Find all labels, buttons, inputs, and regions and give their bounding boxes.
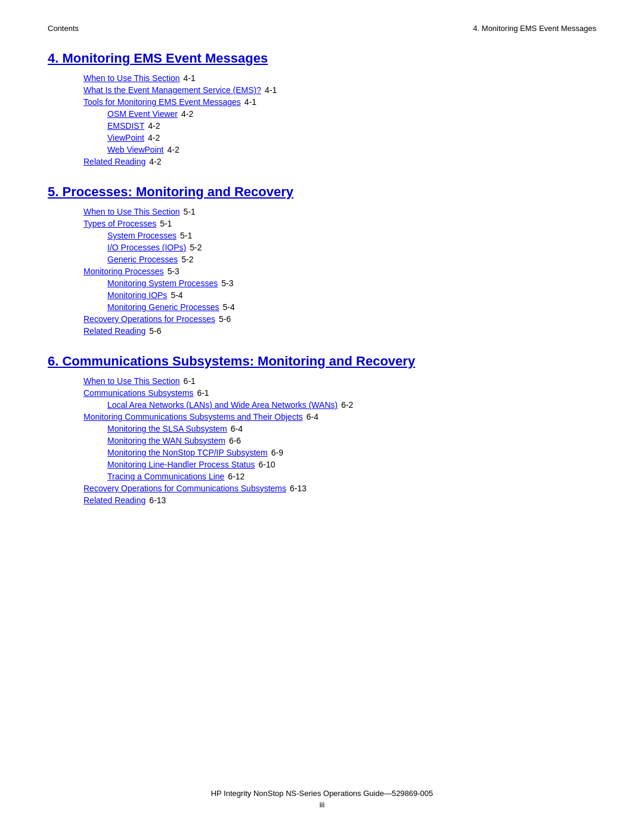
toc-entry: Local Area Networks (LANs) and Wide Area… bbox=[107, 400, 596, 410]
toc-entry: Monitoring the SLSA Subsystem6-4 bbox=[107, 424, 596, 433]
toc-page-number: 5-3 bbox=[168, 267, 179, 276]
toc-page-number: 6-9 bbox=[271, 448, 283, 457]
toc-link[interactable]: Generic Processes bbox=[107, 255, 178, 264]
page-footer: HP Integrity NonStop NS-Series Operation… bbox=[0, 789, 644, 809]
page-container: Contents 4. Monitoring EMS Event Message… bbox=[0, 0, 644, 833]
toc-entries-section6: When to Use This Section6-1Communication… bbox=[83, 376, 596, 505]
toc-content: 4. Monitoring EMS Event MessagesWhen to … bbox=[48, 51, 596, 505]
toc-entries-section4: When to Use This Section4-1What Is the E… bbox=[83, 73, 596, 166]
toc-link[interactable]: Local Area Networks (LANs) and Wide Area… bbox=[107, 400, 338, 410]
toc-page-number: 6-12 bbox=[228, 472, 244, 481]
toc-page-number: 5-1 bbox=[160, 219, 172, 228]
toc-entry: I/O Processes (IOPs)5-2 bbox=[107, 243, 596, 252]
toc-page-number: 6-10 bbox=[258, 460, 275, 469]
toc-entry: System Processes5-1 bbox=[107, 231, 596, 240]
toc-page-number: 4-1 bbox=[244, 97, 256, 107]
toc-page-number: 6-2 bbox=[341, 400, 353, 410]
toc-page-number: 4-2 bbox=[149, 157, 161, 166]
toc-entry: Related Reading6-13 bbox=[83, 496, 596, 505]
toc-entry: When to Use This Section6-1 bbox=[83, 376, 596, 386]
toc-entry: Monitoring the WAN Subsystem6-6 bbox=[107, 436, 596, 445]
toc-page-number: 5-2 bbox=[181, 255, 193, 264]
toc-entry: ViewPoint4-2 bbox=[107, 133, 596, 143]
toc-page-number: 4-2 bbox=[148, 133, 160, 143]
toc-entry: Recovery Operations for Processes5-6 bbox=[83, 314, 596, 324]
toc-page-number: 4-2 bbox=[148, 121, 160, 131]
toc-page-number: 5-2 bbox=[190, 243, 202, 252]
toc-entry: Related Reading4-2 bbox=[83, 157, 596, 166]
toc-entry: Monitoring the NonStop TCP/IP Subsystem6… bbox=[107, 448, 596, 457]
toc-page-number: 6-4 bbox=[306, 412, 318, 422]
toc-link[interactable]: EMSDIST bbox=[107, 121, 144, 131]
toc-page-number: 6-13 bbox=[149, 496, 166, 505]
toc-link[interactable]: ViewPoint bbox=[107, 133, 144, 143]
toc-page-number: 6-13 bbox=[290, 484, 306, 493]
toc-page-number: 5-6 bbox=[219, 314, 231, 324]
toc-entry: Web ViewPoint4-2 bbox=[107, 145, 596, 154]
toc-entry: When to Use This Section5-1 bbox=[83, 207, 596, 216]
page-header: Contents 4. Monitoring EMS Event Message… bbox=[48, 24, 596, 33]
toc-entry: Tools for Monitoring EMS Event Messages4… bbox=[83, 97, 596, 107]
toc-entry: OSM Event Viewer4-2 bbox=[107, 109, 596, 119]
toc-page-number: 5-4 bbox=[171, 290, 182, 300]
toc-entry: Recovery Operations for Communications S… bbox=[83, 484, 596, 493]
toc-page-number: 4-2 bbox=[181, 109, 193, 119]
toc-entry: Monitoring Communications Subsystems and… bbox=[83, 412, 596, 422]
toc-entry: Monitoring Processes5-3 bbox=[83, 267, 596, 276]
toc-link[interactable]: Communications Subsystems bbox=[83, 388, 193, 398]
toc-link[interactable]: Monitoring Processes bbox=[83, 267, 164, 276]
toc-entry: When to Use This Section4-1 bbox=[83, 73, 596, 83]
toc-page-number: 6-6 bbox=[229, 436, 241, 445]
toc-page-number: 5-4 bbox=[223, 302, 235, 312]
toc-entry: Generic Processes5-2 bbox=[107, 255, 596, 264]
footer-main-text: HP Integrity NonStop NS-Series Operation… bbox=[211, 789, 434, 798]
section-title-section6[interactable]: 6. Communications Subsystems: Monitoring… bbox=[48, 354, 596, 369]
toc-entry: Monitoring Generic Processes5-4 bbox=[107, 302, 596, 312]
toc-link[interactable]: What Is the Event Management Service (EM… bbox=[83, 85, 261, 95]
toc-link[interactable]: Related Reading bbox=[83, 496, 145, 505]
toc-link[interactable]: Tracing a Communications Line bbox=[107, 472, 224, 481]
toc-link[interactable]: System Processes bbox=[107, 231, 177, 240]
header-left: Contents bbox=[48, 24, 79, 33]
toc-link[interactable]: Types of Processes bbox=[83, 219, 156, 228]
toc-link[interactable]: Monitoring the WAN Subsystem bbox=[107, 436, 225, 445]
toc-link[interactable]: When to Use This Section bbox=[83, 376, 180, 386]
toc-page-number: 6-1 bbox=[197, 388, 209, 398]
section-title-section5[interactable]: 5. Processes: Monitoring and Recovery bbox=[48, 184, 596, 200]
toc-link[interactable]: Monitoring System Processes bbox=[107, 278, 218, 288]
toc-page-number: 5-6 bbox=[149, 326, 161, 336]
toc-link[interactable]: When to Use This Section bbox=[83, 207, 180, 216]
toc-link[interactable]: Related Reading bbox=[83, 157, 145, 166]
toc-link[interactable]: Recovery Operations for Communications S… bbox=[83, 484, 286, 493]
toc-link[interactable]: Web ViewPoint bbox=[107, 145, 163, 154]
toc-entry: Related Reading5-6 bbox=[83, 326, 596, 336]
toc-page-number: 5-3 bbox=[221, 278, 233, 288]
toc-entry: Types of Processes5-1 bbox=[83, 219, 596, 228]
toc-page-number: 5-1 bbox=[180, 231, 192, 240]
toc-page-number: 6-1 bbox=[184, 376, 196, 386]
section-title-section4[interactable]: 4. Monitoring EMS Event Messages bbox=[48, 51, 596, 66]
toc-entry: Monitoring Line-Handler Process Status6-… bbox=[107, 460, 596, 469]
toc-link[interactable]: Recovery Operations for Processes bbox=[83, 314, 215, 324]
toc-link[interactable]: I/O Processes (IOPs) bbox=[107, 243, 186, 252]
toc-link[interactable]: Monitoring Generic Processes bbox=[107, 302, 219, 312]
toc-entry: Monitoring IOPs5-4 bbox=[107, 290, 596, 300]
toc-page-number: 6-4 bbox=[231, 424, 243, 433]
toc-link[interactable]: Tools for Monitoring EMS Event Messages bbox=[83, 97, 241, 107]
toc-entry: Monitoring System Processes5-3 bbox=[107, 278, 596, 288]
toc-link[interactable]: Monitoring the NonStop TCP/IP Subsystem bbox=[107, 448, 268, 457]
header-right: 4. Monitoring EMS Event Messages bbox=[473, 24, 596, 33]
toc-link[interactable]: Monitoring IOPs bbox=[107, 290, 167, 300]
toc-entries-section5: When to Use This Section5-1Types of Proc… bbox=[83, 207, 596, 336]
toc-entry: EMSDIST4-2 bbox=[107, 121, 596, 131]
footer-page-number: iii bbox=[320, 800, 325, 809]
toc-entry: Communications Subsystems6-1 bbox=[83, 388, 596, 398]
toc-link[interactable]: Monitoring Communications Subsystems and… bbox=[83, 412, 303, 422]
toc-link[interactable]: Related Reading bbox=[83, 326, 145, 336]
toc-entry: Tracing a Communications Line6-12 bbox=[107, 472, 596, 481]
toc-link[interactable]: Monitoring the SLSA Subsystem bbox=[107, 424, 227, 433]
toc-page-number: 5-1 bbox=[184, 207, 196, 216]
toc-link[interactable]: OSM Event Viewer bbox=[107, 109, 178, 119]
toc-link[interactable]: When to Use This Section bbox=[83, 73, 180, 83]
toc-link[interactable]: Monitoring Line-Handler Process Status bbox=[107, 460, 255, 469]
